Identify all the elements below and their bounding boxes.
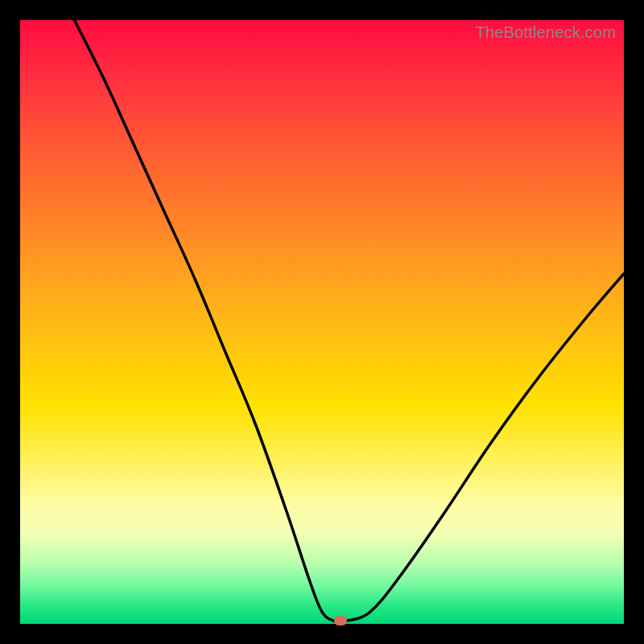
curve-path [75,20,625,622]
optimum-marker [334,616,347,625]
bottleneck-curve [20,20,624,624]
plot-area: TheBottleneck.com [20,20,624,624]
chart-frame: TheBottleneck.com [0,0,644,644]
